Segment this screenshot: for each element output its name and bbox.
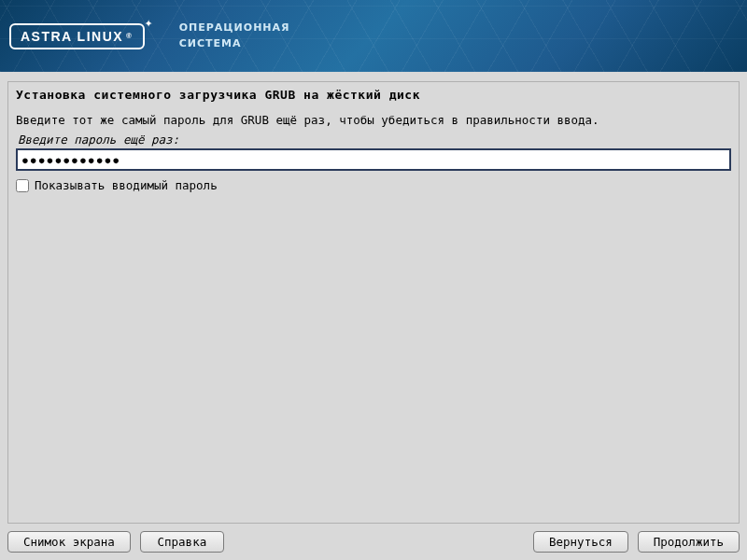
password-input[interactable] [16, 148, 731, 171]
show-password-checkbox[interactable] [16, 179, 29, 192]
content-frame: Установка системного загрузчика GRUB на … [7, 81, 740, 524]
help-button[interactable]: Справка [140, 531, 224, 553]
header-inner: ASTRA LINUX ® ✦ ОПЕРАЦИОННАЯ СИСТЕМА [0, 0, 747, 72]
screenshot-button[interactable]: Снимок экрана [7, 531, 131, 553]
page-title: Установка системного загрузчика GRUB на … [16, 88, 731, 102]
button-bar: Снимок экрана Справка Вернуться Продолжи… [7, 524, 740, 553]
left-button-group: Снимок экрана Справка [7, 531, 224, 553]
right-button-group: Вернуться Продолжить [533, 531, 740, 553]
instruction-text: Введите тот же самый пароль для GRUB ещё… [16, 113, 731, 127]
logo-name: ASTRA LINUX [21, 29, 123, 44]
logo-text: ASTRA LINUX ® [9, 23, 145, 49]
show-password-label[interactable]: Показывать вводимый пароль [35, 178, 218, 192]
back-button[interactable]: Вернуться [533, 531, 628, 553]
os-label: ОПЕРАЦИОННАЯ СИСТЕМА [179, 21, 290, 51]
installer-header: ASTRA LINUX ® ✦ ОПЕРАЦИОННАЯ СИСТЕМА [0, 0, 747, 72]
logo: ASTRA LINUX ® ✦ [9, 23, 153, 49]
show-password-row: Показывать вводимый пароль [16, 178, 731, 192]
main-panel: Установка системного загрузчика GRUB на … [0, 72, 747, 560]
os-line2: СИСТЕМА [179, 36, 290, 52]
continue-button[interactable]: Продолжить [638, 531, 740, 553]
os-line1: ОПЕРАЦИОННАЯ [179, 21, 290, 36]
password-label: Введите пароль ещё раз: [18, 133, 731, 147]
logo-registered: ® [126, 32, 133, 40]
star-icon: ✦ [145, 18, 153, 30]
